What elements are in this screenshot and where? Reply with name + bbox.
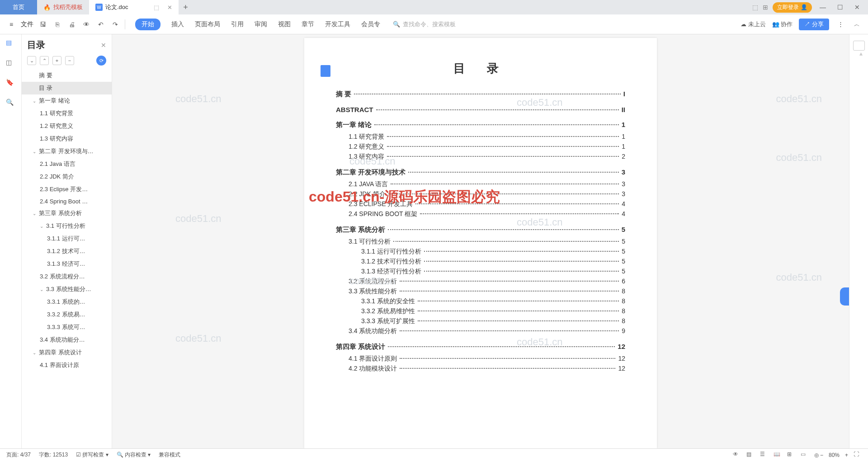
outline-item[interactable]: 1.3 研究内容 xyxy=(22,132,112,145)
outline-item[interactable]: 3.1.2 技术可… xyxy=(22,245,112,258)
view-print-icon[interactable]: ▭ xyxy=(801,451,809,459)
preview-icon[interactable]: 👁 xyxy=(81,19,91,29)
tab-home[interactable]: 首页 xyxy=(0,0,37,14)
outline-item[interactable]: ⌄3.1 可行性分析 xyxy=(22,220,112,232)
outline-item[interactable]: ⌄第三章 系统分析 xyxy=(22,207,112,220)
outline-item[interactable]: 摘 要 xyxy=(22,69,112,82)
collapse-all-button[interactable]: ⌄ xyxy=(27,56,36,65)
file-menu[interactable]: 文件 xyxy=(21,20,33,28)
ribbon-tab[interactable]: 开始 xyxy=(135,19,160,30)
print-icon[interactable]: 🖨 xyxy=(67,19,77,29)
toc-entry: 3.1.2 技术可行性分析5 xyxy=(336,258,625,266)
view-outline-icon[interactable]: ☰ xyxy=(760,451,768,459)
content-check[interactable]: 🔍 内容检查 ▾ xyxy=(117,451,151,459)
title-bar: 首页 🔥找稻壳模板 W论文.doc⬚✕ + ⬚ ⊞ 立即登录👤 — ☐ ✕ xyxy=(0,0,868,14)
tab-close-icon[interactable]: ✕ xyxy=(167,4,172,11)
outline-item[interactable]: 3.4 系统功能分… xyxy=(22,334,112,346)
eye-icon[interactable]: 👁 xyxy=(733,451,741,459)
outline-item[interactable]: 3.1.1 运行可… xyxy=(22,232,112,245)
menu-icon[interactable]: ≡ xyxy=(6,19,16,29)
tab-document[interactable]: W论文.doc⬚✕ xyxy=(89,0,179,14)
chevron-up-icon[interactable]: ︿ xyxy=(852,19,862,29)
toc-entry: 4.1 界面设计原则12 xyxy=(336,355,625,363)
expand-all-button[interactable]: ⌃ xyxy=(40,56,49,65)
toc-entry: 第三章 系统分析5 xyxy=(336,226,625,234)
tab-templates[interactable]: 🔥找稻壳模板 xyxy=(37,0,89,14)
outline-item[interactable]: ⌄第二章 开发环境与… xyxy=(22,145,112,158)
more-icon[interactable]: ⋮ xyxy=(835,19,845,29)
view-read-icon[interactable]: 📖 xyxy=(774,451,782,459)
outline-item[interactable]: 2.1 Java 语言 xyxy=(22,158,112,170)
undo-icon[interactable]: ↶ xyxy=(96,19,106,29)
outline-item[interactable]: 3.3.2 系统易… xyxy=(22,308,112,321)
document-area[interactable]: code51.cn code51.cn code51.cn code51.cn … xyxy=(112,34,849,448)
view-web-icon[interactable]: ⊞ xyxy=(787,451,795,459)
cloud-status[interactable]: ☁ 未上云 xyxy=(741,20,766,28)
nav-icon[interactable]: ◫ xyxy=(6,59,16,69)
outline-item[interactable]: ⌄第四章 系统设计 xyxy=(22,346,112,359)
share-button[interactable]: ↗ 分享 xyxy=(799,19,829,30)
tab-monitor-icon[interactable]: ⬚ xyxy=(154,4,159,11)
view-page-icon[interactable]: ▤ xyxy=(746,451,755,459)
tab-label: 论文.doc xyxy=(105,3,128,11)
login-button[interactable]: 立即登录👤 xyxy=(773,2,812,13)
zoom-out-button[interactable]: ◎ − xyxy=(814,452,823,458)
outline-item[interactable]: 3.3.3 系统可… xyxy=(22,321,112,334)
new-tab-button[interactable]: + xyxy=(179,3,193,12)
properties-icon[interactable] xyxy=(853,41,865,51)
page-indicator[interactable]: 页面: 4/37 xyxy=(6,451,31,459)
spell-check[interactable]: ☑ 拼写检查 ▾ xyxy=(76,451,108,459)
outline-item[interactable]: 3.1.3 经济可… xyxy=(22,258,112,270)
outline-item[interactable]: 3.2 系统流程分… xyxy=(22,270,112,283)
maximize-button[interactable]: ☐ xyxy=(834,4,846,11)
outline-item[interactable]: 3.3.1 系统的… xyxy=(22,296,112,308)
ribbon-tab[interactable]: 审阅 xyxy=(255,19,267,30)
redo-icon[interactable]: ↷ xyxy=(110,19,120,29)
side-tab[interactable] xyxy=(840,287,849,306)
outline-item[interactable]: 4.1 界面设计原 xyxy=(22,359,112,372)
outline-icon[interactable]: ▤ xyxy=(6,39,16,49)
word-count[interactable]: 字数: 12513 xyxy=(39,451,68,459)
cloud-icon: ☁ xyxy=(741,21,746,28)
toc-entry: 1.2 研究意义1 xyxy=(336,143,625,151)
ribbon-tab[interactable]: 视图 xyxy=(278,19,291,30)
minimize-button[interactable]: — xyxy=(816,4,829,11)
ribbon-tab[interactable]: 开发工具 xyxy=(325,19,350,30)
zoom-in-button[interactable]: + xyxy=(845,452,848,458)
layout-icon[interactable]: ⬚ xyxy=(752,4,758,11)
outline-list: 摘 要目 录⌄第一章 绪论1.1 研究背景1.2 研究意义1.3 研究内容⌄第二… xyxy=(22,69,112,448)
toc-entry: 2.4 SPRING BOOT 框架4 xyxy=(336,210,625,218)
bookmark-icon[interactable]: 🔖 xyxy=(6,79,16,89)
collab-button[interactable]: 👥 协作 xyxy=(772,20,793,28)
toc-entry: ABSTRACTII xyxy=(336,106,625,113)
outline-item[interactable]: 目 录 xyxy=(22,82,112,94)
outline-item[interactable]: 1.1 研究背景 xyxy=(22,107,112,120)
apps-icon[interactable]: ⊞ xyxy=(763,4,768,11)
fullscreen-icon[interactable]: ⛶ xyxy=(854,451,862,459)
toc-entry: 4.2 功能模块设计12 xyxy=(336,365,625,373)
export-icon[interactable]: ⎘ xyxy=(52,19,62,29)
ribbon-tab[interactable]: 插入 xyxy=(171,19,184,30)
sync-badge[interactable]: ⟳ xyxy=(96,56,106,66)
outline-item[interactable]: 2.4 Spring Boot … xyxy=(22,196,112,207)
outline-item[interactable]: 2.2 JDK 简介 xyxy=(22,170,112,183)
close-button[interactable]: ✕ xyxy=(851,4,863,11)
ribbon-tab[interactable]: 章节 xyxy=(302,19,314,30)
outline-item[interactable]: ⌄3.3 系统性能分… xyxy=(22,283,112,296)
ribbon-tab[interactable]: 引用 xyxy=(231,19,244,30)
zoom-level[interactable]: 80% xyxy=(829,452,840,458)
close-panel-icon[interactable]: ✕ xyxy=(101,42,106,49)
search-box[interactable]: 🔍查找命令、搜索模板 xyxy=(393,20,456,28)
add-button[interactable]: + xyxy=(52,56,61,65)
outline-item[interactable]: 2.3 Eclipse 开发… xyxy=(22,183,112,196)
outline-title: 目录 xyxy=(27,39,45,51)
outline-item[interactable]: ⌄第一章 绪论 xyxy=(22,94,112,107)
search-icon[interactable]: 🔍 xyxy=(6,99,16,108)
ribbon-tab[interactable]: 会员专 xyxy=(361,19,380,30)
remove-button[interactable]: − xyxy=(65,56,74,65)
compat-mode[interactable]: 兼容模式 xyxy=(159,451,180,459)
outline-item[interactable]: 1.2 研究意义 xyxy=(22,120,112,132)
ribbon-tab[interactable]: 页面布局 xyxy=(195,19,220,30)
scroll-up-icon[interactable]: ▴ xyxy=(859,50,863,57)
save-icon[interactable]: 🖫 xyxy=(38,19,48,29)
